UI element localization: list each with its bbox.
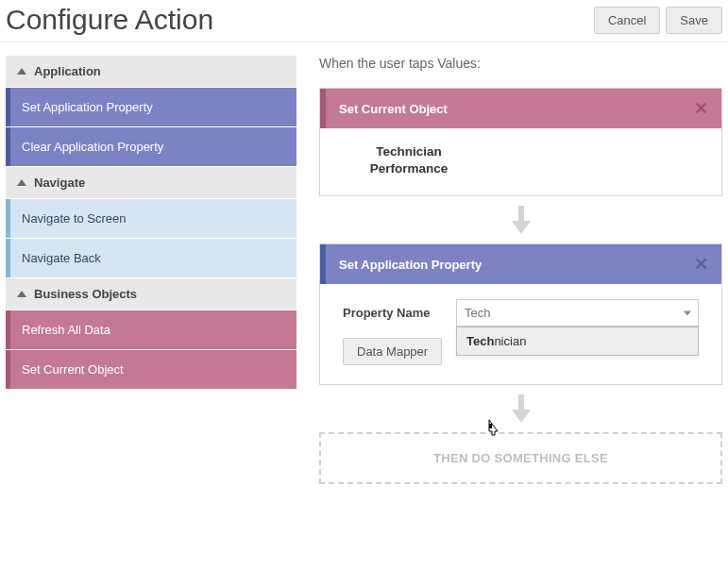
action-canvas: When the user taps Values: Set Current O… (319, 56, 722, 484)
selected-object-name: Technician Performance (343, 143, 475, 176)
trigger-description: When the user taps Values: (319, 56, 722, 71)
card-title: Set Application Property (339, 258, 482, 272)
property-name-dropdown: Technician (456, 326, 699, 356)
card-title: Set Current Object (339, 102, 448, 116)
flow-arrow-icon (319, 206, 722, 234)
save-button[interactable]: Save (666, 7, 722, 34)
palette-item-label: Navigate Back (22, 251, 101, 265)
close-icon[interactable]: ✕ (694, 98, 708, 119)
card-header[interactable]: Set Application Property ✕ (320, 244, 721, 284)
svg-rect-0 (518, 206, 524, 223)
data-mapper-button[interactable]: Data Mapper (343, 338, 442, 365)
palette-item-set-current-object[interactable]: Set Current Object (6, 350, 296, 389)
dialog-header: Configure Action Cancel Save (0, 0, 728, 42)
svg-marker-1 (512, 221, 531, 234)
property-name-combobox[interactable]: Technician (456, 299, 699, 326)
property-name-input[interactable] (456, 299, 699, 326)
palette-item-label: Set Current Object (22, 362, 124, 377)
action-card-set-application-property: Set Application Property ✕ Property Name… (319, 243, 722, 385)
palette-item-navigate-to-screen[interactable]: Navigate to Screen (6, 199, 296, 238)
close-icon[interactable]: ✕ (694, 254, 708, 275)
action-card-set-current-object: Set Current Object ✕ Technician Performa… (319, 88, 722, 196)
cancel-button[interactable]: Cancel (594, 7, 660, 34)
placeholder-label: THEN DO SOMETHING ELSE (433, 451, 608, 465)
palette-item-label: Clear Application Property (22, 140, 163, 154)
palette-item-label: Set Application Property (22, 100, 153, 114)
svg-rect-2 (518, 394, 524, 411)
dropdown-option-technician[interactable]: Technician (457, 327, 698, 355)
property-name-row: Property Name Technician (343, 299, 699, 326)
palette-item-navigate-back[interactable]: Navigate Back (6, 239, 296, 277)
group-label: Navigate (34, 176, 85, 190)
palette-item-refresh-all-data[interactable]: Refresh All Data (6, 310, 296, 349)
group-label: Business Objects (34, 287, 137, 301)
group-header-application[interactable]: Application (6, 56, 296, 88)
action-palette: Application Set Application Property Cle… (6, 56, 296, 484)
card-body: Property Name Technician Data Mapper (320, 284, 721, 384)
card-body: Technician Performance (320, 128, 721, 195)
property-name-label: Property Name (343, 306, 445, 320)
header-buttons: Cancel Save (594, 7, 722, 34)
group-header-business-objects[interactable]: Business Objects (6, 278, 296, 310)
collapse-icon (17, 291, 26, 297)
palette-item-label: Refresh All Data (22, 323, 110, 337)
palette-item-clear-application-property[interactable]: Clear Application Property (6, 127, 296, 166)
collapse-icon (17, 179, 26, 186)
group-header-navigate[interactable]: Navigate (6, 167, 296, 199)
palette-item-label: Navigate to Screen (22, 211, 127, 226)
svg-marker-3 (512, 410, 531, 423)
palette-item-set-application-property[interactable]: Set Application Property (6, 88, 296, 126)
collapse-icon (17, 68, 26, 75)
add-action-placeholder[interactable]: THEN DO SOMETHING ELSE (319, 432, 722, 484)
dialog-body: Application Set Application Property Cle… (0, 42, 728, 490)
page-title: Configure Action (6, 4, 213, 36)
group-label: Application (34, 64, 101, 78)
card-header[interactable]: Set Current Object ✕ (320, 89, 721, 128)
flow-arrow-icon (319, 394, 722, 423)
